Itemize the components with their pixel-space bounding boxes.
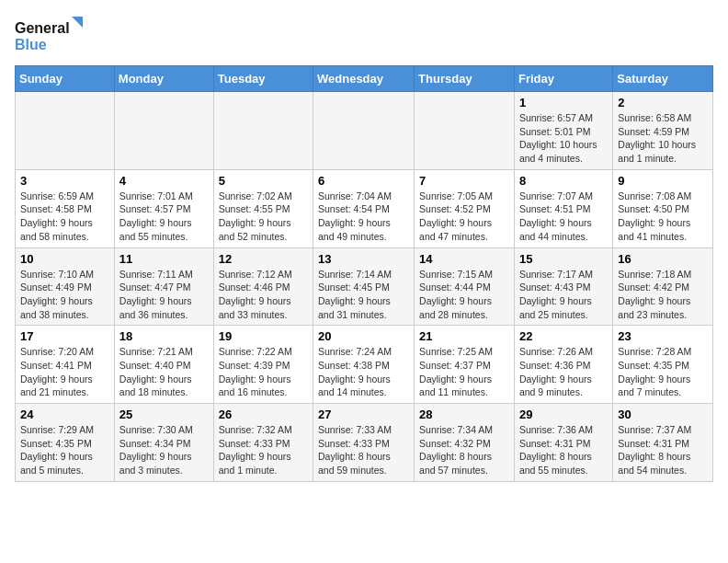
day-cell: 29Sunrise: 7:36 AMSunset: 4:31 PMDayligh… — [514, 404, 612, 482]
day-info: Sunrise: 7:10 AMSunset: 4:49 PMDaylight:… — [20, 268, 109, 322]
header-cell-thursday: Thursday — [415, 66, 515, 92]
day-number: 25 — [119, 408, 209, 421]
day-number: 24 — [20, 408, 109, 421]
day-cell: 3Sunrise: 6:59 AMSunset: 4:58 PMDaylight… — [16, 169, 115, 247]
week-row-3: 10Sunrise: 7:10 AMSunset: 4:49 PMDayligh… — [16, 247, 713, 326]
day-cell: 22Sunrise: 7:26 AMSunset: 4:36 PMDayligh… — [514, 326, 612, 404]
day-cell: 15Sunrise: 7:17 AMSunset: 4:43 PMDayligh… — [514, 247, 612, 326]
day-cell: 6Sunrise: 7:04 AMSunset: 4:54 PMDaylight… — [313, 169, 415, 247]
day-cell: 5Sunrise: 7:02 AMSunset: 4:55 PMDaylight… — [213, 169, 313, 247]
day-number: 16 — [618, 252, 708, 266]
day-number: 18 — [119, 329, 209, 343]
day-cell: 28Sunrise: 7:34 AMSunset: 4:32 PMDayligh… — [415, 404, 515, 482]
header-cell-wednesday: Wednesday — [313, 66, 415, 92]
day-number: 8 — [519, 174, 608, 188]
day-number: 22 — [519, 329, 608, 343]
day-cell: 17Sunrise: 7:20 AMSunset: 4:41 PMDayligh… — [16, 326, 115, 404]
day-cell: 25Sunrise: 7:30 AMSunset: 4:34 PMDayligh… — [114, 404, 213, 482]
day-info: Sunrise: 7:22 AMSunset: 4:39 PMDaylight:… — [219, 345, 308, 399]
day-number: 6 — [318, 174, 409, 188]
day-info: Sunrise: 7:24 AMSunset: 4:38 PMDaylight:… — [318, 345, 409, 399]
day-info: Sunrise: 7:14 AMSunset: 4:45 PMDaylight:… — [318, 268, 409, 322]
day-number: 29 — [519, 408, 608, 421]
header-cell-saturday: Saturday — [613, 66, 713, 92]
day-number: 12 — [219, 252, 308, 266]
day-info: Sunrise: 7:20 AMSunset: 4:41 PMDaylight:… — [20, 345, 109, 399]
day-number: 23 — [618, 329, 708, 343]
day-cell: 1Sunrise: 6:57 AMSunset: 5:01 PMDaylight… — [514, 92, 612, 170]
day-number: 5 — [219, 174, 308, 188]
header-cell-sunday: Sunday — [16, 66, 115, 92]
day-cell: 9Sunrise: 7:08 AMSunset: 4:50 PMDaylight… — [613, 169, 713, 247]
day-info: Sunrise: 7:05 AMSunset: 4:52 PMDaylight:… — [419, 190, 509, 244]
day-cell: 27Sunrise: 7:33 AMSunset: 4:33 PMDayligh… — [313, 404, 415, 482]
day-cell — [415, 92, 515, 170]
week-row-5: 24Sunrise: 7:29 AMSunset: 4:35 PMDayligh… — [16, 404, 713, 482]
week-row-4: 17Sunrise: 7:20 AMSunset: 4:41 PMDayligh… — [16, 326, 713, 404]
day-cell — [213, 92, 313, 170]
day-info: Sunrise: 7:30 AMSunset: 4:34 PMDaylight:… — [119, 423, 209, 477]
day-number: 7 — [419, 174, 509, 188]
day-number: 2 — [618, 96, 708, 109]
day-number: 11 — [119, 252, 209, 266]
day-cell — [114, 92, 213, 170]
day-number: 21 — [419, 329, 509, 343]
header-row: SundayMondayTuesdayWednesdayThursdayFrid… — [16, 66, 713, 92]
day-number: 28 — [419, 408, 509, 421]
day-info: Sunrise: 7:33 AMSunset: 4:33 PMDaylight:… — [318, 423, 409, 477]
week-row-2: 3Sunrise: 6:59 AMSunset: 4:58 PMDaylight… — [16, 169, 713, 247]
day-cell: 18Sunrise: 7:21 AMSunset: 4:40 PMDayligh… — [114, 326, 213, 404]
day-info: Sunrise: 7:29 AMSunset: 4:35 PMDaylight:… — [20, 423, 109, 477]
day-number: 19 — [219, 329, 308, 343]
day-info: Sunrise: 6:59 AMSunset: 4:58 PMDaylight:… — [20, 190, 109, 244]
day-cell: 8Sunrise: 7:07 AMSunset: 4:51 PMDaylight… — [514, 169, 612, 247]
day-info: Sunrise: 7:15 AMSunset: 4:44 PMDaylight:… — [419, 268, 509, 322]
day-cell: 16Sunrise: 7:18 AMSunset: 4:42 PMDayligh… — [613, 247, 713, 326]
day-number: 1 — [519, 96, 608, 109]
day-info: Sunrise: 7:17 AMSunset: 4:43 PMDaylight:… — [519, 268, 608, 322]
day-cell: 14Sunrise: 7:15 AMSunset: 4:44 PMDayligh… — [415, 247, 515, 326]
day-info: Sunrise: 7:11 AMSunset: 4:47 PMDaylight:… — [119, 268, 209, 322]
day-cell: 2Sunrise: 6:58 AMSunset: 4:59 PMDaylight… — [613, 92, 713, 170]
day-info: Sunrise: 7:25 AMSunset: 4:37 PMDaylight:… — [419, 345, 509, 399]
logo-svg: GeneralBlue — [15, 15, 88, 56]
day-info: Sunrise: 7:12 AMSunset: 4:46 PMDaylight:… — [219, 268, 308, 322]
day-info: Sunrise: 7:07 AMSunset: 4:51 PMDaylight:… — [519, 190, 608, 244]
day-info: Sunrise: 6:58 AMSunset: 4:59 PMDaylight:… — [618, 111, 708, 166]
day-number: 13 — [318, 252, 409, 266]
day-number: 26 — [219, 408, 308, 421]
day-number: 9 — [618, 174, 708, 188]
day-number: 4 — [119, 174, 209, 188]
day-cell: 4Sunrise: 7:01 AMSunset: 4:57 PMDaylight… — [114, 169, 213, 247]
day-cell: 30Sunrise: 7:37 AMSunset: 4:31 PMDayligh… — [613, 404, 713, 482]
day-info: Sunrise: 7:04 AMSunset: 4:54 PMDaylight:… — [318, 190, 409, 244]
day-cell: 11Sunrise: 7:11 AMSunset: 4:47 PMDayligh… — [114, 247, 213, 326]
header-cell-monday: Monday — [114, 66, 213, 92]
svg-marker-2 — [72, 17, 83, 28]
day-cell: 24Sunrise: 7:29 AMSunset: 4:35 PMDayligh… — [16, 404, 115, 482]
day-cell: 19Sunrise: 7:22 AMSunset: 4:39 PMDayligh… — [213, 326, 313, 404]
day-info: Sunrise: 7:28 AMSunset: 4:35 PMDaylight:… — [618, 345, 708, 399]
day-cell — [313, 92, 415, 170]
day-info: Sunrise: 7:34 AMSunset: 4:32 PMDaylight:… — [419, 423, 509, 477]
day-number: 27 — [318, 408, 409, 421]
day-cell: 10Sunrise: 7:10 AMSunset: 4:49 PMDayligh… — [16, 247, 115, 326]
day-number: 20 — [318, 329, 409, 343]
day-number: 10 — [20, 252, 109, 266]
day-info: Sunrise: 6:57 AMSunset: 5:01 PMDaylight:… — [519, 111, 608, 166]
day-info: Sunrise: 7:18 AMSunset: 4:42 PMDaylight:… — [618, 268, 708, 322]
header-cell-tuesday: Tuesday — [213, 66, 313, 92]
day-number: 15 — [519, 252, 608, 266]
day-cell: 13Sunrise: 7:14 AMSunset: 4:45 PMDayligh… — [313, 247, 415, 326]
day-cell: 20Sunrise: 7:24 AMSunset: 4:38 PMDayligh… — [313, 326, 415, 404]
day-info: Sunrise: 7:36 AMSunset: 4:31 PMDaylight:… — [519, 423, 608, 477]
svg-text:General: General — [15, 20, 70, 36]
day-cell: 12Sunrise: 7:12 AMSunset: 4:46 PMDayligh… — [213, 247, 313, 326]
day-info: Sunrise: 7:08 AMSunset: 4:50 PMDaylight:… — [618, 190, 708, 244]
day-number: 14 — [419, 252, 509, 266]
day-info: Sunrise: 7:32 AMSunset: 4:33 PMDaylight:… — [219, 423, 308, 477]
day-number: 30 — [618, 408, 708, 421]
day-number: 3 — [20, 174, 109, 188]
day-info: Sunrise: 7:01 AMSunset: 4:57 PMDaylight:… — [119, 190, 209, 244]
logo: GeneralBlue — [15, 15, 88, 56]
